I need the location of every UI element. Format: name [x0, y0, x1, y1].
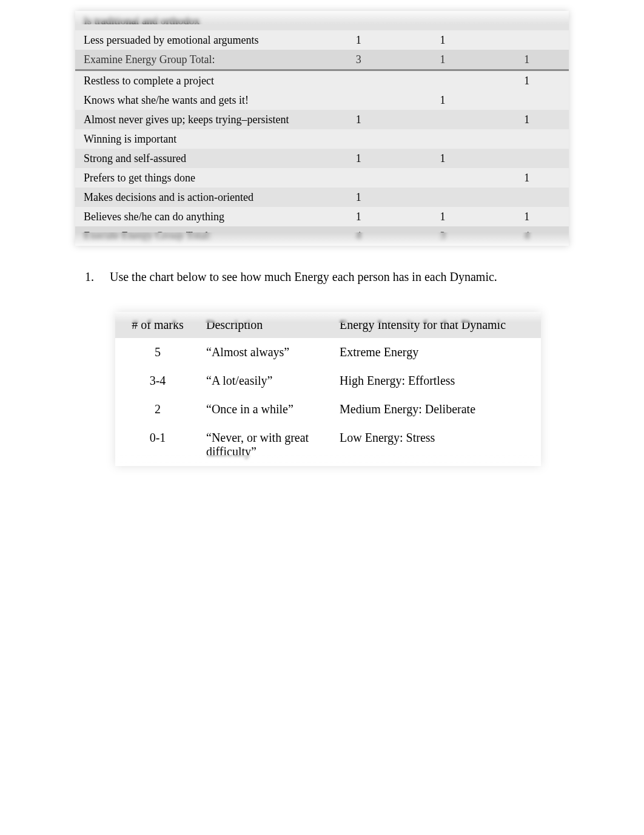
value-cell: 3: [317, 50, 401, 69]
row-label: Less persuaded by emotional arguments: [75, 30, 317, 50]
description-cell: “A lot/easily”: [200, 367, 334, 395]
value-cell: [317, 90, 401, 110]
table-row: Is traditional and orthodox: [75, 11, 569, 30]
value-cell: 1: [401, 149, 485, 168]
table-row: Winning is important: [75, 129, 569, 149]
value-cell: [485, 188, 569, 207]
scale-header-desc: Description: [200, 312, 334, 338]
value-cell: [401, 71, 485, 90]
table-row: Execute Energy Group Total:434: [75, 226, 569, 246]
scale-table-wrap: # of marks Description Energy Intensity …: [115, 312, 541, 466]
table-row: Prefers to get things done1: [75, 168, 569, 188]
scale-header-marks: # of marks: [115, 312, 200, 338]
value-cell: [317, 168, 401, 188]
value-cell: 1: [317, 110, 401, 129]
value-cell: 1: [485, 110, 569, 129]
table-row: 3-4“A lot/easily”High Energy: Effortless: [115, 367, 541, 395]
value-cell: [485, 30, 569, 50]
marks-cell: 3-4: [115, 367, 200, 395]
value-cell: 1: [485, 71, 569, 90]
intensity-cell: Medium Energy: Deliberate: [334, 395, 541, 424]
value-cell: 3: [401, 226, 485, 246]
value-cell: [485, 11, 569, 30]
scale-table: # of marks Description Energy Intensity …: [115, 312, 541, 466]
table-row: Less persuaded by emotional arguments11: [75, 30, 569, 50]
table-row: Almost never gives up; keeps trying–pers…: [75, 110, 569, 129]
value-cell: [401, 110, 485, 129]
value-cell: 1: [317, 30, 401, 50]
row-label: Believes she/he can do anything: [75, 207, 317, 226]
table-row: 2“Once in a while”Medium Energy: Deliber…: [115, 395, 541, 424]
row-label: Makes decisions and is action-oriented: [75, 188, 317, 207]
table-row: Believes she/he can do anything111: [75, 207, 569, 226]
value-cell: 4: [317, 226, 401, 246]
instruction-text: Use the chart below to see how much Ener…: [110, 270, 497, 283]
instruction-number: 1.: [85, 270, 107, 284]
scale-header-intensity: Energy Intensity for that Dynamic: [334, 312, 541, 338]
value-cell: 4: [485, 226, 569, 246]
value-cell: 1: [485, 207, 569, 226]
row-label: Examine Energy Group Total:: [75, 50, 317, 69]
row-label: Almost never gives up; keeps trying–pers…: [75, 110, 317, 129]
value-cell: [317, 11, 401, 30]
instruction-line: 1. Use the chart below to see how much E…: [85, 270, 559, 284]
intensity-cell: High Energy: Effortless: [334, 367, 541, 395]
energy-table-wrap: Is traditional and orthodoxLess persuade…: [75, 11, 569, 246]
description-cell: “Almost always”: [200, 338, 334, 367]
value-cell: [485, 90, 569, 110]
value-cell: 1: [317, 207, 401, 226]
table-row: Knows what she/he wants and gets it!1: [75, 90, 569, 110]
value-cell: [485, 149, 569, 168]
value-cell: 1: [485, 50, 569, 69]
row-label: Winning is important: [75, 129, 317, 149]
value-cell: 1: [401, 90, 485, 110]
value-cell: [317, 129, 401, 149]
intensity-cell: Low Energy: Stress: [334, 424, 541, 466]
intensity-cell: Extreme Energy: [334, 338, 541, 367]
value-cell: 1: [401, 30, 485, 50]
scale-header-row: # of marks Description Energy Intensity …: [115, 312, 541, 338]
value-cell: 1: [317, 149, 401, 168]
table-row: Examine Energy Group Total:311: [75, 50, 569, 69]
row-label: Knows what she/he wants and gets it!: [75, 90, 317, 110]
value-cell: 1: [485, 168, 569, 188]
value-cell: [401, 11, 485, 30]
row-label: Restless to complete a project: [75, 71, 317, 90]
table-row: Strong and self-assured11: [75, 149, 569, 168]
value-cell: [317, 71, 401, 90]
value-cell: [401, 188, 485, 207]
row-label: Prefers to get things done: [75, 168, 317, 188]
energy-table: Is traditional and orthodoxLess persuade…: [75, 11, 569, 246]
table-row: Makes decisions and is action-oriented1: [75, 188, 569, 207]
table-row: Restless to complete a project1: [75, 71, 569, 90]
page: Is traditional and orthodoxLess persuade…: [0, 11, 644, 835]
description-cell: “Once in a while”: [200, 395, 334, 424]
row-label: Is traditional and orthodox: [75, 11, 317, 30]
value-cell: 1: [401, 50, 485, 69]
description-cell: “Never, or with great difficulty”: [200, 424, 334, 466]
row-label: Strong and self-assured: [75, 149, 317, 168]
value-cell: [485, 129, 569, 149]
value-cell: [401, 168, 485, 188]
marks-cell: 5: [115, 338, 200, 367]
table-row: 5“Almost always”Extreme Energy: [115, 338, 541, 367]
value-cell: 1: [317, 188, 401, 207]
row-label: Execute Energy Group Total:: [75, 226, 317, 246]
marks-cell: 0-1: [115, 424, 200, 466]
value-cell: 1: [401, 207, 485, 226]
marks-cell: 2: [115, 395, 200, 424]
table-row: 0-1“Never, or with great difficulty”Low …: [115, 424, 541, 466]
value-cell: [401, 129, 485, 149]
